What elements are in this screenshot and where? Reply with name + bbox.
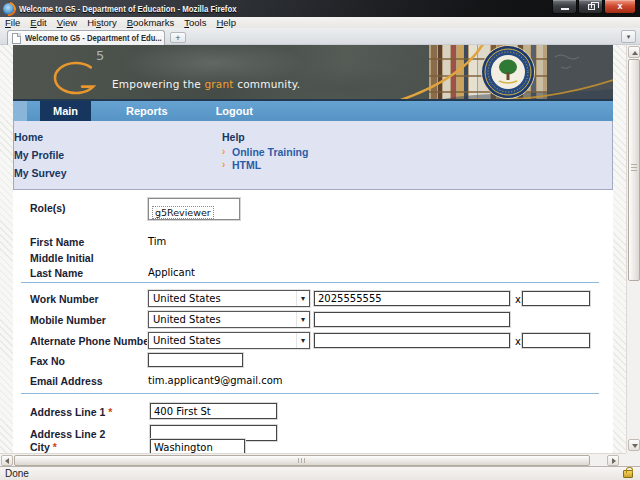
work-number-label: Work Number [30,293,99,305]
middle-initial-label: Middle Initial [30,252,94,264]
tab-strip: Welcome to G5 - Department of Edu... + ▾ [0,28,640,45]
status-bar: Done [0,466,640,480]
link-html[interactable]: HTML [232,159,261,171]
first-name-label: First Name [30,236,84,248]
tab-title: Welcome to G5 - Department of Edu... [25,33,162,43]
link-online-training[interactable]: Online Training [232,146,308,158]
lock-icon [623,470,633,478]
section-divider [21,393,599,394]
page-background: 5 Empowering the grant community. Main R… [0,45,640,453]
mobile-country-select[interactable]: United States ▾ [148,311,310,328]
nav-tab-logout[interactable]: Logout [203,101,266,121]
work-country-select[interactable]: United States ▾ [148,290,310,307]
work-country-value: United States [153,293,221,304]
arrow-down-icon [632,444,638,448]
vertical-scrollbar[interactable] [626,45,640,453]
restore-icon [588,4,595,10]
roles-label: Role(s) [30,202,66,214]
menu-item-help[interactable]: Help [211,17,241,28]
tagline-accent: grant [204,78,233,90]
nav-tab-reports[interactable]: Reports [113,101,181,121]
menu-item-history[interactable]: History [82,17,122,28]
menu-item-view[interactable]: View [52,17,82,28]
close-button[interactable]: x [604,0,636,14]
section-divider [21,282,599,283]
restore-button[interactable] [578,0,603,14]
minimize-button[interactable] [552,0,577,14]
chevron-down-icon: ▾ [296,312,309,327]
link-my-profile[interactable]: My Profile [14,149,64,161]
arrow-left-icon [5,458,9,464]
email-value: tim.applicant9@gmail.com [148,375,283,386]
arrow-right-icon [612,458,616,464]
scroll-down-button[interactable] [628,439,640,451]
primary-nav: Main Reports Logout [13,99,613,121]
menu-item-bookmarks[interactable]: Bookmarks [122,17,180,28]
alternate-ext-separator: x [515,336,521,347]
city-label: City * [30,441,57,453]
mobile-number-label: Mobile Number [30,314,106,326]
firefox-icon [3,3,15,15]
site-banner: 5 Empowering the grant community. [13,45,613,99]
arrow-up-icon [632,51,638,55]
first-name-value: Tim [148,236,166,247]
thumb-grip [631,164,637,171]
scroll-up-button[interactable] [628,46,640,58]
quick-links-panel: Home My Profile My Survey Help › Online … [13,121,613,190]
education-seal-icon [482,46,535,99]
nav-tab-main[interactable]: Main [40,101,91,121]
tagline-pre: Empowering the [112,78,204,90]
last-name-label: Last Name [30,267,83,279]
required-asterisk: * [108,406,112,418]
link-my-survey[interactable]: My Survey [14,167,67,179]
city-input[interactable] [150,439,245,453]
minimize-icon [561,8,569,10]
scrollbar-corner [626,453,640,466]
mobile-number-input[interactable] [314,312,510,327]
page-content: 5 Empowering the grant community. Main R… [13,45,613,453]
fax-label: Fax No [30,355,65,367]
menu-item-tools[interactable]: Tools [179,17,211,28]
horizontal-scroll-thumb[interactable] [14,455,590,466]
roles-listbox[interactable]: g5Reviewer [148,198,240,220]
new-tab-button[interactable]: + [170,32,186,43]
status-text: Done [0,468,29,479]
work-number-input[interactable] [314,291,510,306]
tagline-post: community. [234,78,301,90]
browser-tab-active[interactable]: Welcome to G5 - Department of Edu... [7,30,165,45]
alternate-country-value: United States [153,335,221,346]
close-icon: x [605,0,635,13]
last-name-value: Applicant [148,267,195,278]
menu-item-edit[interactable]: Edit [25,17,51,28]
thumb-grip [298,458,306,463]
city-label-text: City [30,441,50,453]
work-extension-input[interactable] [522,291,590,306]
link-arrow-icon: › [222,146,225,157]
menu-bar: FileEditViewHistoryBookmarksToolsHelp [0,17,640,28]
title-bar: Welcome to G5 - Department of Education … [0,0,640,17]
nav-corner-decoration [13,101,27,121]
scroll-left-button[interactable] [1,455,13,466]
chevron-down-icon: ▾ [296,333,309,348]
horizontal-scrollbar[interactable] [0,453,626,466]
logo-five: 5 [96,48,104,63]
vertical-scroll-thumb[interactable] [628,59,640,281]
chevron-down-icon: ▾ [296,291,309,306]
roles-option[interactable]: g5Reviewer [152,206,214,219]
menu-item-file[interactable]: File [0,17,25,28]
link-home[interactable]: Home [14,131,43,143]
profile-form: Role(s) g5Reviewer First Name Tim Middle… [13,190,613,453]
address2-label: Address Line 2 [30,428,105,440]
required-asterisk: * [53,441,57,453]
address1-input[interactable] [150,403,277,419]
alternate-country-select[interactable]: United States ▾ [148,332,310,349]
banner-art: 5 [13,45,613,99]
fax-input[interactable] [148,353,243,367]
link-arrow-icon: › [222,159,225,170]
scroll-right-button[interactable] [607,455,619,466]
alternate-number-input[interactable] [314,333,510,348]
page-icon [12,33,21,44]
list-all-tabs-button[interactable]: ▾ [621,30,636,43]
help-header: Help [222,131,245,143]
alternate-extension-input[interactable] [522,333,590,348]
